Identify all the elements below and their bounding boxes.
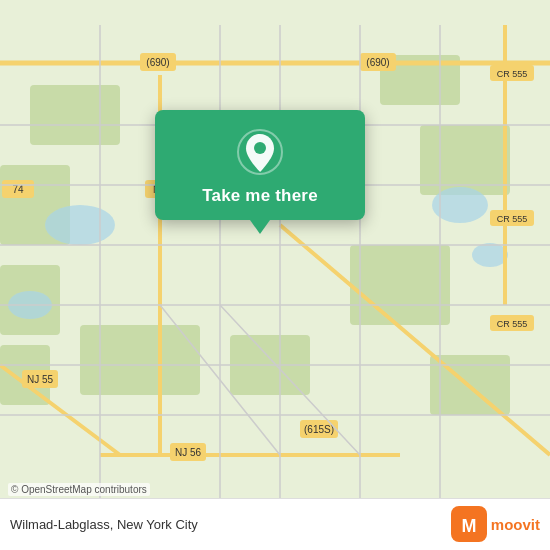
svg-text:(615S): (615S): [304, 424, 334, 435]
svg-rect-9: [80, 325, 200, 395]
svg-text:CR 555: CR 555: [497, 69, 528, 79]
svg-text:(690): (690): [146, 57, 169, 68]
moovit-icon: M: [451, 506, 487, 542]
osm-credit: © OpenStreetMap contributors: [8, 483, 150, 496]
svg-point-14: [472, 243, 508, 267]
svg-point-11: [45, 205, 115, 245]
popup-card[interactable]: Take me there: [155, 110, 365, 220]
moovit-text: moovit: [491, 516, 540, 533]
svg-text:NJ 55: NJ 55: [27, 374, 54, 385]
popup-label: Take me there: [202, 186, 318, 206]
moovit-logo: M moovit: [451, 506, 540, 542]
location-pin-icon: [236, 128, 284, 176]
svg-text:CR 555: CR 555: [497, 319, 528, 329]
bottom-bar: Wilmad-Labglass, New York City M moovit: [0, 498, 550, 550]
map-svg: (690) (690) CR 555 CR 555 CR 555 NJ NJ 5…: [0, 0, 550, 550]
svg-text:(690): (690): [366, 57, 389, 68]
svg-rect-7: [350, 245, 450, 325]
svg-text:NJ 56: NJ 56: [175, 447, 202, 458]
svg-text:CR 555: CR 555: [497, 214, 528, 224]
svg-rect-1: [30, 85, 120, 145]
map-container: (690) (690) CR 555 CR 555 CR 555 NJ NJ 5…: [0, 0, 550, 550]
svg-point-55: [254, 142, 266, 154]
svg-text:M: M: [461, 516, 476, 536]
